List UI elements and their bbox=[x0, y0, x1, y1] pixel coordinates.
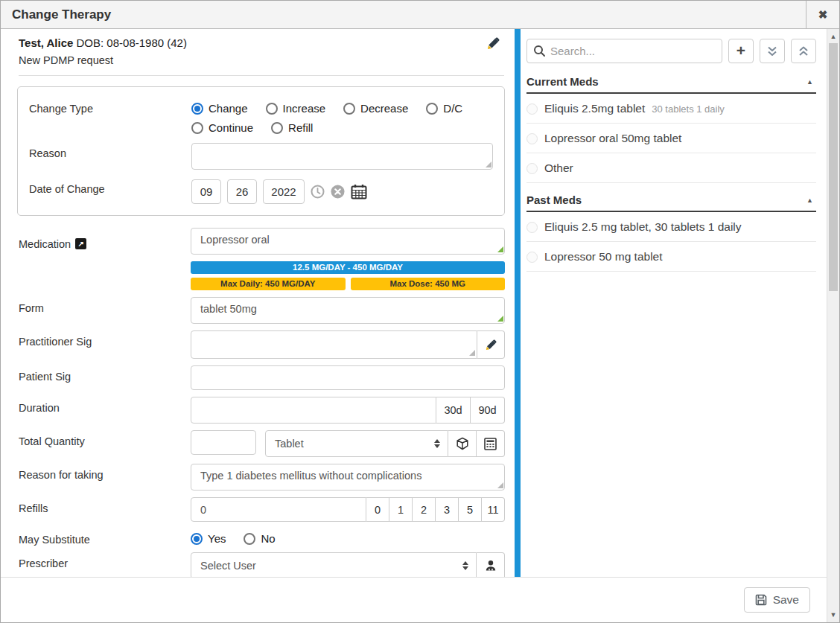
patient-sig-row: Patient Sig bbox=[19, 365, 505, 390]
practitioner-sig-label: Practitioner Sig bbox=[19, 330, 191, 359]
pdmp-request-link[interactable]: New PDMP request bbox=[19, 52, 504, 68]
practitioner-sig-textarea[interactable] bbox=[191, 331, 477, 358]
radio-label: Yes bbox=[208, 532, 226, 545]
reason-for-taking-textarea[interactable]: Type 1 diabetes mellitus without complic… bbox=[191, 464, 505, 491]
refills-row: Refills 0 1 2 3 5 11 bbox=[19, 497, 505, 522]
radio-icon bbox=[191, 103, 203, 115]
form-textarea[interactable]: tablet 50mg bbox=[191, 297, 505, 324]
vertical-scrollbar[interactable]: ▲ ▼ bbox=[827, 29, 839, 622]
quantity-calculator-button[interactable] bbox=[477, 430, 505, 457]
form-label: Form bbox=[19, 297, 191, 324]
unit-select[interactable]: Tablet bbox=[265, 430, 448, 457]
med-name: Eliquis 2.5mg tablet bbox=[544, 102, 645, 115]
open-calendar-button[interactable] bbox=[351, 184, 367, 199]
total-quantity-input[interactable] bbox=[191, 430, 256, 455]
refill-1-button[interactable]: 1 bbox=[389, 497, 413, 522]
clear-date-button[interactable] bbox=[331, 185, 345, 199]
past-meds-title: Past Meds bbox=[526, 194, 582, 206]
refill-11-button[interactable]: 11 bbox=[482, 497, 505, 522]
current-meds-header[interactable]: Current Meds ▲ bbox=[526, 68, 816, 94]
reason-textarea[interactable] bbox=[191, 143, 493, 170]
edit-sig-button[interactable] bbox=[477, 330, 505, 359]
select-current-user-button[interactable] bbox=[477, 552, 505, 577]
past-meds-header[interactable]: Past Meds ▲ bbox=[526, 186, 816, 212]
double-chevron-down-icon bbox=[766, 45, 778, 57]
set-current-time-button[interactable] bbox=[311, 185, 325, 199]
reason-row: Reason bbox=[29, 143, 493, 170]
radio-label: Continue bbox=[209, 121, 253, 134]
practitioner-sig-group bbox=[191, 330, 505, 359]
duration-90d-button[interactable]: 90d bbox=[471, 397, 505, 424]
unit-select-value: Tablet bbox=[275, 438, 304, 450]
duration-30d-button[interactable]: 30d bbox=[436, 397, 471, 424]
collapse-all-button[interactable] bbox=[791, 39, 816, 63]
year-input[interactable] bbox=[263, 179, 305, 204]
med-item[interactable]: Lopressor 50 mg tablet bbox=[526, 242, 816, 272]
change-type-row: Change Type Change Increase Decrease D/C… bbox=[29, 98, 493, 134]
medication-textarea-wrap: Lopressor oral bbox=[191, 228, 505, 255]
prescriber-select[interactable]: Select User bbox=[191, 552, 477, 577]
select-arrows-icon bbox=[462, 561, 468, 570]
scroll-down-arrow[interactable]: ▼ bbox=[827, 609, 839, 621]
date-of-change-row: Date of Change bbox=[29, 179, 493, 204]
close-button[interactable]: ✖ bbox=[806, 1, 839, 28]
dose-badges-row: 12.5 MG/DAY - 450 MG/DAY Max Daily: 450 … bbox=[19, 261, 505, 290]
radio-option-dc[interactable]: D/C bbox=[426, 102, 462, 115]
external-link-icon: ↗ bbox=[77, 240, 83, 248]
radio-option-no[interactable]: No bbox=[244, 531, 275, 546]
radio-label: Change bbox=[209, 102, 248, 115]
medication-lookup-button[interactable]: ↗ bbox=[75, 238, 86, 249]
radio-option-yes[interactable]: Yes bbox=[191, 531, 226, 546]
radio-option-increase[interactable]: Increase bbox=[266, 102, 326, 115]
duration-input[interactable] bbox=[191, 397, 436, 424]
patient-sig-label: Patient Sig bbox=[19, 365, 191, 390]
radio-option-refill[interactable]: Refill bbox=[271, 121, 313, 134]
radio-label: Refill bbox=[288, 121, 313, 134]
medication-label-wrap: Medication ↗ bbox=[19, 228, 191, 255]
med-item[interactable]: Eliquis 2.5mg tablet 30 tablets 1 daily bbox=[526, 94, 816, 124]
collapse-icon: ▲ bbox=[806, 197, 813, 204]
med-radio-icon bbox=[526, 252, 538, 263]
meds-panel: + Current Meds ▲ Eliquis 2.5mg tablet 30… bbox=[521, 29, 827, 577]
med-item[interactable]: Lopressor oral 50mg tablet bbox=[526, 124, 816, 153]
max-badges: Max Daily: 450 MG/DAY Max Dose: 450 MG bbox=[191, 278, 505, 290]
refill-0-button[interactable]: 0 bbox=[366, 497, 389, 522]
practitioner-sig-textarea-wrap bbox=[191, 330, 477, 359]
month-input[interactable] bbox=[191, 179, 221, 204]
med-radio-icon bbox=[526, 222, 538, 233]
patient-sig-input[interactable] bbox=[191, 365, 505, 390]
change-type-label: Change Type bbox=[29, 98, 191, 134]
radio-option-continue[interactable]: Continue bbox=[191, 121, 253, 134]
save-button[interactable]: Save bbox=[744, 587, 810, 613]
day-input[interactable] bbox=[227, 179, 257, 204]
reason-for-taking-textarea-wrap: Type 1 diabetes mellitus without complic… bbox=[191, 464, 505, 491]
calculator-icon bbox=[484, 438, 497, 450]
radio-option-change[interactable]: Change bbox=[191, 102, 248, 115]
edit-patient-button[interactable] bbox=[487, 37, 500, 50]
refill-3-button[interactable]: 3 bbox=[436, 497, 459, 522]
expand-all-button[interactable] bbox=[760, 39, 785, 63]
date-of-change-controls bbox=[191, 179, 493, 204]
patient-dob: DOB: 08-08-1980 (42) bbox=[77, 36, 187, 49]
add-med-button[interactable]: + bbox=[728, 39, 754, 63]
scrollbar-thumb[interactable] bbox=[829, 43, 838, 291]
med-item[interactable]: Other bbox=[526, 153, 816, 183]
med-radio-icon bbox=[526, 103, 538, 115]
prescriber-select-value: Select User bbox=[200, 560, 256, 572]
refills-input[interactable] bbox=[191, 497, 366, 522]
radio-icon bbox=[426, 103, 438, 115]
radio-option-decrease[interactable]: Decrease bbox=[343, 102, 408, 115]
med-search-input[interactable] bbox=[526, 39, 722, 63]
pencil-icon bbox=[486, 339, 497, 351]
medication-textarea[interactable]: Lopressor oral bbox=[191, 228, 505, 255]
total-quantity-label: Total Quantity bbox=[19, 430, 191, 457]
double-chevron-up-icon bbox=[798, 45, 809, 57]
unit-lookup-button[interactable] bbox=[448, 430, 477, 457]
refill-5-button[interactable]: 5 bbox=[459, 497, 482, 522]
scroll-up-arrow[interactable]: ▲ bbox=[827, 31, 839, 42]
reason-textarea-wrap bbox=[191, 143, 493, 170]
meds-toolbar: + bbox=[526, 39, 816, 63]
refill-2-button[interactable]: 2 bbox=[413, 497, 436, 522]
dialog-header: Change Therapy ✖ bbox=[1, 1, 839, 29]
med-item[interactable]: Eliquis 2.5 mg tablet, 30 tablets 1 dail… bbox=[526, 212, 816, 242]
